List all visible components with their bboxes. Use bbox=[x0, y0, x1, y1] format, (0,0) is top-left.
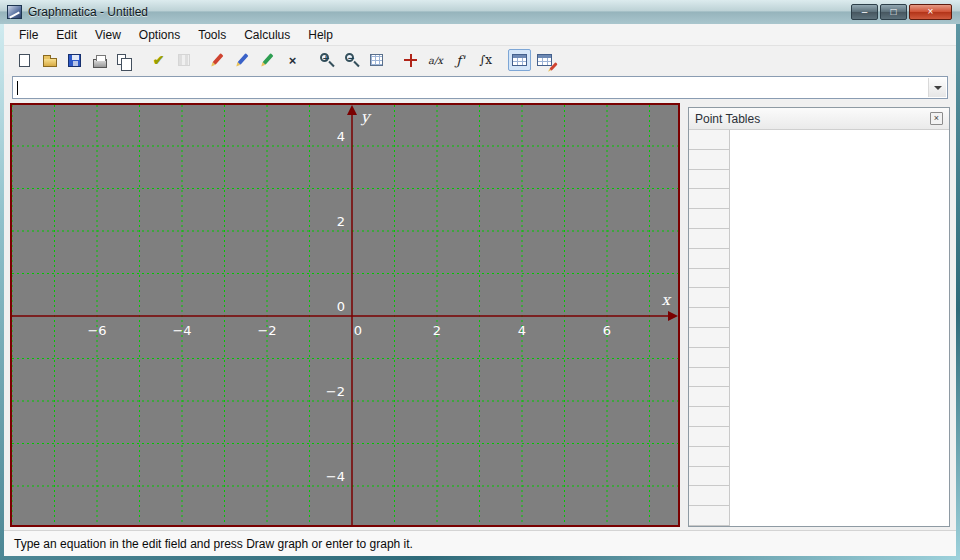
x-tick-label: 4 bbox=[518, 323, 526, 338]
table-row[interactable] bbox=[689, 308, 730, 328]
copy-button[interactable] bbox=[113, 49, 136, 71]
save-button[interactable] bbox=[63, 49, 86, 71]
panel-title: Point Tables bbox=[695, 112, 930, 126]
menu-tools[interactable]: Tools bbox=[189, 25, 235, 45]
draw-pen-1-button[interactable] bbox=[206, 49, 229, 71]
paste-data-button bbox=[172, 49, 195, 71]
point-tables-button[interactable] bbox=[508, 49, 531, 71]
table-row[interactable] bbox=[689, 170, 730, 190]
new-file-icon bbox=[19, 54, 30, 67]
equation-input[interactable] bbox=[12, 76, 948, 99]
maximize-button[interactable]: □ bbox=[880, 4, 907, 20]
menu-edit[interactable]: Edit bbox=[47, 25, 86, 45]
x-axis-label: x bbox=[662, 291, 670, 309]
x-tick-label: 6 bbox=[603, 323, 611, 338]
y-tick-label: −2 bbox=[326, 384, 345, 399]
minimize-button[interactable]: – bbox=[851, 4, 878, 20]
point-tables-header: Point Tables × bbox=[689, 108, 949, 130]
x-tick-label: −6 bbox=[87, 323, 106, 338]
table-row[interactable] bbox=[689, 467, 730, 487]
table-icon bbox=[512, 54, 527, 66]
table-row[interactable] bbox=[689, 189, 730, 209]
text-caret bbox=[17, 81, 18, 95]
menu-calculus[interactable]: Calculus bbox=[235, 25, 299, 45]
point-tables-panel: Point Tables × bbox=[688, 107, 950, 527]
graph-labels: −6−4−20246420−2−4xy bbox=[12, 105, 678, 525]
open-file-button[interactable] bbox=[38, 49, 61, 71]
delete-x-icon: × bbox=[289, 53, 297, 68]
edit-data-table-button[interactable] bbox=[533, 49, 556, 71]
close-button[interactable]: × bbox=[909, 4, 952, 20]
integrate-button[interactable]: ∫x bbox=[474, 49, 497, 71]
evaluate-button[interactable]: a/x bbox=[424, 49, 447, 71]
coordinate-cursor-button[interactable] bbox=[399, 49, 422, 71]
table-row[interactable] bbox=[689, 427, 730, 447]
fraction-icon: a/x bbox=[428, 55, 443, 66]
y-axis-label: y bbox=[361, 108, 369, 126]
zoom-in-button[interactable]: + bbox=[315, 49, 338, 71]
y-tick-label: 4 bbox=[337, 129, 345, 144]
pen-icon bbox=[212, 53, 223, 65]
table-edit-icon bbox=[537, 54, 552, 66]
delete-graph-button[interactable]: × bbox=[281, 49, 304, 71]
y-tick-label: 2 bbox=[337, 214, 345, 229]
equation-dropdown-button[interactable] bbox=[928, 78, 946, 97]
table-row[interactable] bbox=[689, 447, 730, 467]
default-grid-range-button[interactable] bbox=[365, 49, 388, 71]
x-tick-label: −4 bbox=[172, 323, 191, 338]
checkmark-icon: ✔ bbox=[153, 52, 165, 68]
point-table-body bbox=[689, 130, 949, 526]
table-row[interactable] bbox=[689, 506, 730, 526]
window-title: Graphmatica - Untitled bbox=[28, 5, 148, 19]
table-row[interactable] bbox=[689, 150, 730, 170]
panel-close-button[interactable]: × bbox=[930, 112, 943, 125]
draw-pen-2-button[interactable] bbox=[231, 49, 254, 71]
table-row[interactable] bbox=[689, 229, 730, 249]
table-row[interactable] bbox=[689, 368, 730, 388]
app-icon bbox=[7, 5, 22, 19]
draw-graph-button[interactable]: ✔ bbox=[147, 49, 170, 71]
copy-icon bbox=[117, 54, 126, 65]
table-row[interactable] bbox=[689, 249, 730, 269]
table-row[interactable] bbox=[689, 269, 730, 289]
printer-icon bbox=[93, 59, 107, 68]
menu-view[interactable]: View bbox=[86, 25, 130, 45]
status-text: Type an equation in the edit field and p… bbox=[14, 537, 413, 551]
table-row[interactable] bbox=[689, 348, 730, 368]
x-tick-label: 0 bbox=[354, 323, 362, 338]
menu-help[interactable]: Help bbox=[299, 25, 342, 45]
axes-cross-icon bbox=[404, 54, 417, 67]
chevron-down-icon bbox=[934, 86, 942, 90]
y-tick-label: −4 bbox=[326, 469, 345, 484]
print-button[interactable] bbox=[88, 49, 111, 71]
draw-pen-3-button[interactable] bbox=[256, 49, 279, 71]
new-file-button[interactable] bbox=[13, 49, 36, 71]
paste-data-icon bbox=[178, 54, 190, 66]
workspace: −6−4−20246420−2−4xy Point Tables × bbox=[4, 102, 956, 530]
table-row[interactable] bbox=[689, 288, 730, 308]
menu-file[interactable]: File bbox=[10, 25, 47, 45]
integral-icon: ∫x bbox=[479, 53, 492, 67]
graph-area[interactable]: −6−4−20246420−2−4xy bbox=[10, 103, 680, 527]
table-row[interactable] bbox=[689, 486, 730, 506]
titlebar: Graphmatica - Untitled – □ × bbox=[0, 0, 960, 24]
toolbar: ✔ × + − a/x ƒ' ∫x bbox=[4, 46, 956, 74]
table-row[interactable] bbox=[689, 387, 730, 407]
window-controls: – □ × bbox=[851, 4, 952, 20]
table-row[interactable] bbox=[689, 209, 730, 229]
pen-icon bbox=[237, 53, 248, 65]
table-row[interactable] bbox=[689, 407, 730, 427]
x-tick-label: 2 bbox=[433, 323, 441, 338]
tangent-icon: ƒ' bbox=[456, 53, 464, 68]
menu-options[interactable]: Options bbox=[130, 25, 189, 45]
table-row[interactable] bbox=[689, 328, 730, 348]
zoom-out-button[interactable]: − bbox=[340, 49, 363, 71]
equation-bar bbox=[4, 74, 956, 102]
draw-tangent-button[interactable]: ƒ' bbox=[449, 49, 472, 71]
table-row[interactable] bbox=[689, 130, 730, 150]
zoom-out-icon: − bbox=[344, 52, 360, 68]
grid-range-icon bbox=[370, 54, 383, 66]
save-floppy-icon bbox=[68, 54, 81, 67]
open-folder-icon bbox=[43, 58, 57, 67]
menubar: File Edit View Options Tools Calculus He… bbox=[4, 24, 956, 46]
